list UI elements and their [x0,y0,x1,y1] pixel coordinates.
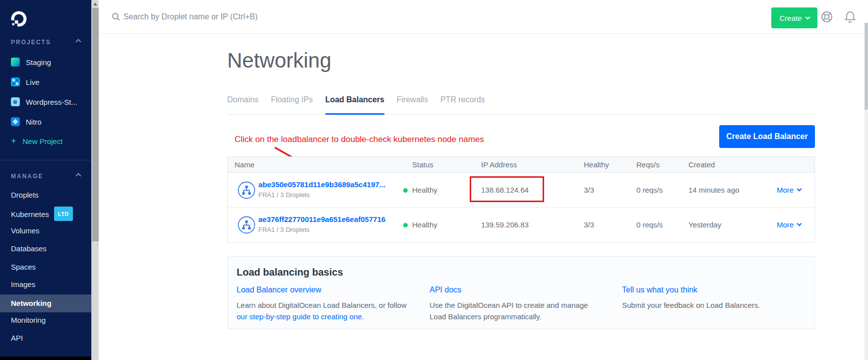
ip-address-value: 139.59.206.83 [481,220,529,229]
sidebar-item-api[interactable]: API [11,332,23,344]
create-button-label: Create [779,14,802,22]
search-input[interactable] [124,8,401,25]
scroll-up-arrow-icon[interactable] [93,2,97,5]
page-title: Networking [227,49,331,72]
sidebar-item-kubernetes[interactable]: KubernetesLTD [11,207,73,218]
new-project-label: New Project [23,137,63,145]
requests-value: 0 reqs/s [636,220,663,229]
load-balancing-basics-panel: Load balancing basics Load Balancer over… [227,256,815,329]
chevron-down-icon [805,14,810,19]
page-scrollbar-thumb[interactable] [865,23,868,110]
load-balancer-overview-link[interactable]: Load Balancer overview [237,286,408,294]
sidebar-item-monitoring[interactable]: Monitoring [11,314,46,326]
new-project-button[interactable]: + New Project [11,136,62,146]
column-header-reqs: Reqs/s [636,160,660,169]
help-icon[interactable] [820,10,834,26]
load-balancer-name-link[interactable]: ae376ff22770011e9a651e6eaf057716 [258,215,385,223]
created-value: 14 minutes ago [688,186,740,194]
column-header-status: Status [412,160,434,169]
sidebar-scrollbar-thumb[interactable] [92,8,99,241]
sidebar-scrollbar[interactable] [91,0,99,360]
digitalocean-logo-icon[interactable] [10,10,28,28]
healthy-status-dot [403,188,408,193]
projects-collapse-icon[interactable] [75,39,81,44]
sidebar-item-volumes[interactable]: Volumes [11,225,40,237]
kubernetes-label: Kubernetes [11,210,49,218]
page-scrollbar[interactable] [865,23,868,360]
tab-load-balancers[interactable]: Load Balancers [325,92,384,115]
search-icon [112,12,121,23]
project-label: Nitro [26,118,42,126]
annotation-text: Click on the loadbalancer to double-chec… [235,135,484,144]
basics-col1-body: Learn about DigitalOcean Load Balancers,… [237,301,407,309]
more-menu-button[interactable]: More [777,186,801,194]
tab-floating-ips[interactable]: Floating IPs [271,92,312,114]
healthy-status-dot [403,223,408,227]
sidebar: PROJECTS Staging Live Wordpress-St... Ni… [0,0,91,360]
networking-label: Networking [11,294,52,312]
manage-section-header: MANAGE [11,173,43,180]
tabs-bar: Domains Floating IPs Load Balancers Fire… [227,92,815,115]
load-balancer-icon [238,216,255,236]
live-project-icon [11,77,20,86]
load-balancer-name-link[interactable]: abe350e05781d11e9b3689a5c4197... [258,180,385,189]
sidebar-item-staging[interactable]: Staging [11,58,51,67]
sidebar-item-images[interactable]: Images [11,279,35,290]
healthy-count-value: 3/3 [584,220,594,229]
plus-icon: + [11,136,16,146]
table-row[interactable]: abe350e05781d11e9b3689a5c4197... FRA1 / … [228,173,814,208]
staging-project-icon [11,58,20,67]
more-menu-button[interactable]: More [777,220,801,229]
status-value: Healthy [412,186,437,194]
sidebar-divider [0,160,91,160]
project-label: Live [26,78,40,86]
create-load-balancer-button[interactable]: Create Load Balancer [719,125,815,148]
wordpress-project-icon [11,97,20,106]
step-by-step-guide-link[interactable]: our step-by-step guide to creating one. [237,312,364,321]
healthy-count-value: 3/3 [584,186,594,194]
notifications-bell-icon[interactable] [844,10,857,26]
column-header-created: Created [688,160,715,169]
load-balancer-meta: FRA1 / 3 Droplets [258,191,310,199]
digitalocean-networking-page: PROJECTS Staging Live Wordpress-St... Ni… [0,0,868,360]
feedback-link[interactable]: Tell us what you think [622,286,791,294]
sidebar-item-networking[interactable]: Networking [0,294,91,312]
sidebar-item-databases[interactable]: Databases [11,243,47,255]
basics-col1-text: Learn about DigitalOcean Load Balancers,… [237,299,408,322]
api-docs-link[interactable]: API docs [430,286,591,294]
project-label: Staging [26,58,51,67]
table-header-row: Name Status IP Address Healthy Reqs/s Cr… [228,157,814,173]
basics-col3-text: Submit your feedback on Load Balancers. [622,299,791,311]
tab-firewalls[interactable]: Firewalls [397,92,428,114]
column-header-healthy: Healthy [584,160,609,169]
basics-col2-text: Use the DigitalOcean API to create and m… [430,299,591,322]
status-value: Healthy [412,220,437,229]
load-balancer-icon [238,181,255,201]
load-balancer-table: Name Status IP Address Healthy Reqs/s Cr… [227,156,815,243]
chevron-down-icon [797,187,802,192]
sidebar-item-wordpress[interactable]: Wordpress-St... [11,97,77,106]
create-button[interactable]: Create [771,7,817,28]
requests-value: 0 reqs/s [636,186,663,194]
chevron-down-icon [797,221,802,226]
ip-address-value: 138.68.124.64 [481,186,529,194]
sidebar-item-nitro[interactable]: Nitro [11,117,42,126]
nitro-project-icon [11,117,20,126]
topbar: Create [99,0,868,34]
created-value: Yesterday [688,220,721,229]
more-label: More [777,220,794,229]
column-header-name: Name [235,160,254,169]
more-label: More [777,186,794,194]
basics-title: Load balancing basics [237,267,343,278]
sidebar-item-spaces[interactable]: Spaces [11,261,36,273]
tab-domains[interactable]: Domains [227,92,258,114]
load-balancer-meta: FRA1 / 3 Droplets [258,226,310,233]
ltd-badge: LTD [54,207,73,221]
table-row[interactable]: ae376ff22770011e9a651e6eaf057716 FRA1 / … [228,208,814,242]
sidebar-item-live[interactable]: Live [11,77,40,86]
tab-ptr-records[interactable]: PTR records [440,92,485,114]
sidebar-bottom-strip [0,357,91,360]
sidebar-item-droplets[interactable]: Droplets [11,189,39,201]
manage-collapse-icon[interactable] [75,173,81,178]
project-label: Wordpress-St... [26,98,77,106]
